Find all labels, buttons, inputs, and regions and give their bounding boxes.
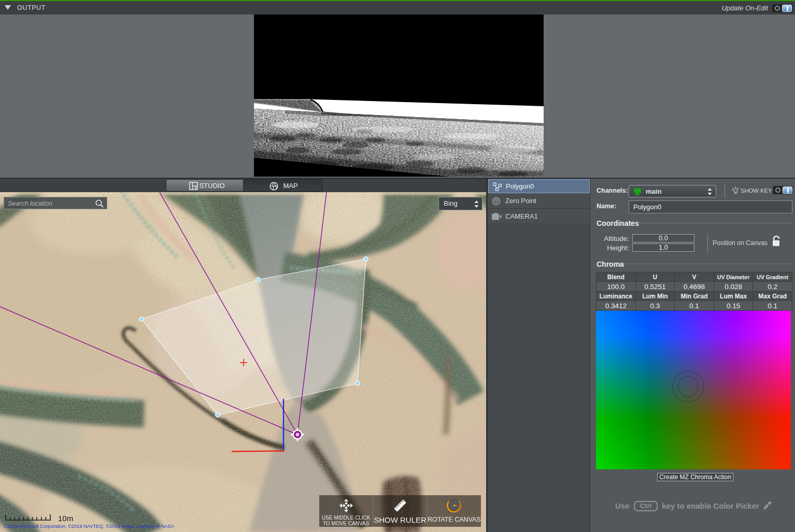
svg-text:10m: 10m: [58, 514, 73, 523]
